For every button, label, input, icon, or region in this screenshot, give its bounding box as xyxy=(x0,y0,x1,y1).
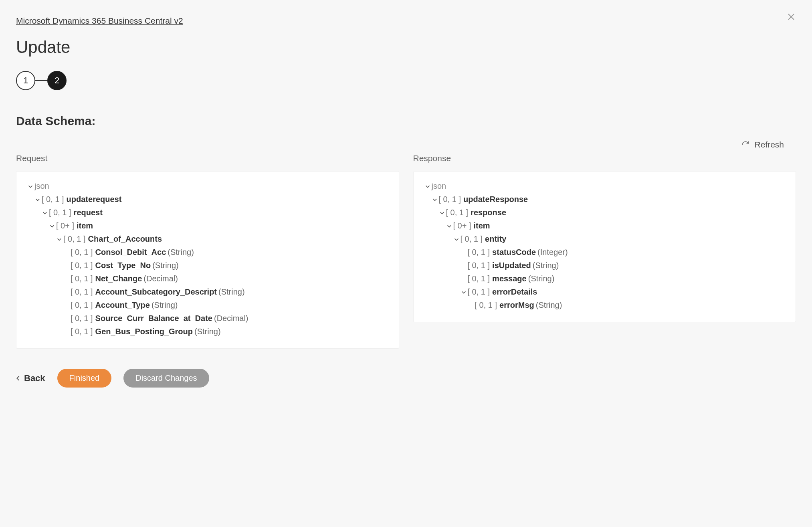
page-title: Update xyxy=(16,38,796,57)
back-label: Back xyxy=(24,373,45,384)
cardinality-label: [ 0, 1 ] xyxy=(42,195,64,204)
node-name: Source_Curr_Balance_at_Date xyxy=(95,314,212,323)
node-name: response xyxy=(471,208,506,217)
cardinality-label: [ 0, 1 ] xyxy=(71,314,93,323)
node-name: Consol_Debit_Acc xyxy=(95,248,166,257)
node-name: entity xyxy=(485,234,506,244)
chevron-down-icon[interactable] xyxy=(445,223,453,229)
node-name: request xyxy=(74,208,103,217)
chevron-down-icon[interactable] xyxy=(55,236,63,242)
back-button[interactable]: Back xyxy=(16,373,45,384)
tree-node[interactable]: json xyxy=(26,180,389,193)
tree-node[interactable]: [ 0, 1 ] Account_Subcategory_Descript (S… xyxy=(26,285,389,299)
cardinality-label: [ 0, 1 ] xyxy=(71,301,93,310)
tree-node[interactable]: [ 0, 1 ] message (String) xyxy=(424,272,786,285)
cardinality-label: [ 0, 1 ] xyxy=(468,287,490,297)
node-name: updaterequest xyxy=(67,195,122,204)
node-name: Account_Subcategory_Descript xyxy=(95,287,217,297)
tree-node[interactable]: [ 0, 1 ] errorMsg (String) xyxy=(424,299,786,312)
node-name: message xyxy=(492,274,527,283)
node-name: Account_Type xyxy=(95,301,150,310)
cardinality-label: [ 0, 1 ] xyxy=(63,234,86,244)
section-title: Data Schema: xyxy=(16,114,796,128)
node-name: errorMsg xyxy=(499,301,534,310)
node-name: errorDetails xyxy=(492,287,537,297)
cardinality-label: [ 0, 1 ] xyxy=(71,274,93,283)
tree-node[interactable]: [ 0, 1 ] isUpdated (String) xyxy=(424,259,786,272)
node-name: Cost_Type_No xyxy=(95,261,151,270)
tree-node[interactable]: [ 0, 1 ] Account_Type (String) xyxy=(26,299,389,312)
chevron-down-icon[interactable] xyxy=(431,197,439,202)
chevron-down-icon[interactable] xyxy=(26,184,34,189)
tree-node[interactable]: [ 0, 1 ] updaterequest xyxy=(26,193,389,206)
cardinality-label: [ 0, 1 ] xyxy=(439,195,461,204)
tree-node[interactable]: [ 0, 1 ] statusCode (Integer) xyxy=(424,246,786,259)
node-name: item xyxy=(77,221,93,230)
chevron-left-icon xyxy=(16,373,20,384)
request-column-label: Request xyxy=(16,153,399,163)
node-name: Net_Change xyxy=(95,274,142,283)
tree-node[interactable]: [ 0, 1 ] response xyxy=(424,206,786,219)
stepper: 1 2 xyxy=(16,71,796,90)
cardinality-label: [ 0, 1 ] xyxy=(446,208,469,217)
cardinality-label: [ 0, 1 ] xyxy=(475,301,497,310)
tree-node[interactable]: [ 0, 1 ] Net_Change (Decimal) xyxy=(26,272,389,285)
node-type: (String) xyxy=(536,301,562,310)
step-2[interactable]: 2 xyxy=(47,71,67,90)
tree-node[interactable]: [ 0, 1 ] Source_Curr_Balance_at_Date (De… xyxy=(26,312,389,325)
node-name: isUpdated xyxy=(492,261,531,270)
cardinality-label: [ 0, 1 ] xyxy=(468,274,490,283)
node-type: (Integer) xyxy=(537,248,568,257)
tree-node[interactable]: [ 0, 1 ] request xyxy=(26,206,389,219)
tree-node[interactable]: [ 0, 1 ] Cost_Type_No (String) xyxy=(26,259,389,272)
response-column-label: Response xyxy=(413,153,796,163)
node-name: Chart_of_Accounts xyxy=(88,234,162,244)
node-type: (String) xyxy=(168,248,194,257)
tree-node[interactable]: json xyxy=(424,180,786,193)
cardinality-label: [ 0+ ] xyxy=(56,221,74,230)
tree-node[interactable]: [ 0, 1 ] entity xyxy=(424,232,786,246)
chevron-down-icon[interactable] xyxy=(452,236,461,242)
tree-node[interactable]: [ 0+ ] item xyxy=(424,219,786,232)
node-type: (Decimal) xyxy=(214,314,248,323)
cardinality-label: [ 0, 1 ] xyxy=(71,327,93,336)
discard-button[interactable]: Discard Changes xyxy=(123,369,209,388)
node-name: json xyxy=(34,182,49,191)
breadcrumb-link[interactable]: Microsoft Dynamics 365 Business Central … xyxy=(16,16,183,25)
chevron-down-icon[interactable] xyxy=(48,223,56,229)
cardinality-label: [ 0, 1 ] xyxy=(71,248,93,257)
chevron-down-icon[interactable] xyxy=(438,210,446,216)
cardinality-label: [ 0, 1 ] xyxy=(468,248,490,257)
tree-node[interactable]: [ 0, 1 ] updateResponse xyxy=(424,193,786,206)
cardinality-label: [ 0, 1 ] xyxy=(49,208,71,217)
cardinality-label: [ 0, 1 ] xyxy=(71,261,93,270)
chevron-down-icon[interactable] xyxy=(34,197,42,202)
finished-button[interactable]: Finished xyxy=(57,369,112,388)
node-type: (Decimal) xyxy=(143,274,178,283)
node-type: (String) xyxy=(528,274,555,283)
request-tree: json[ 0, 1 ] updaterequest[ 0, 1 ] reque… xyxy=(16,171,399,349)
node-type: (String) xyxy=(194,327,221,336)
node-type: (String) xyxy=(151,301,178,310)
response-tree: json[ 0, 1 ] updateResponse[ 0, 1 ] resp… xyxy=(413,171,796,322)
tree-node[interactable]: [ 0, 1 ] errorDetails xyxy=(424,285,786,299)
step-connector xyxy=(35,80,47,81)
node-name: item xyxy=(474,221,490,230)
tree-node[interactable]: [ 0+ ] item xyxy=(26,219,389,232)
cardinality-label: [ 0, 1 ] xyxy=(461,234,483,244)
tree-node[interactable]: [ 0, 1 ] Consol_Debit_Acc (String) xyxy=(26,246,389,259)
tree-node[interactable]: [ 0, 1 ] Gen_Bus_Posting_Group (String) xyxy=(26,325,389,338)
refresh-icon xyxy=(741,141,749,149)
chevron-down-icon[interactable] xyxy=(41,210,49,216)
cardinality-label: [ 0+ ] xyxy=(453,221,471,230)
chevron-down-icon[interactable] xyxy=(424,184,432,189)
step-1[interactable]: 1 xyxy=(16,71,35,90)
node-name: statusCode xyxy=(492,248,536,257)
refresh-label: Refresh xyxy=(754,140,784,149)
chevron-down-icon[interactable] xyxy=(460,289,468,295)
refresh-button[interactable]: Refresh xyxy=(741,140,784,149)
cardinality-label: [ 0, 1 ] xyxy=(468,261,490,270)
node-type: (String) xyxy=(152,261,179,270)
close-icon[interactable] xyxy=(786,12,796,24)
tree-node[interactable]: [ 0, 1 ] Chart_of_Accounts xyxy=(26,232,389,246)
